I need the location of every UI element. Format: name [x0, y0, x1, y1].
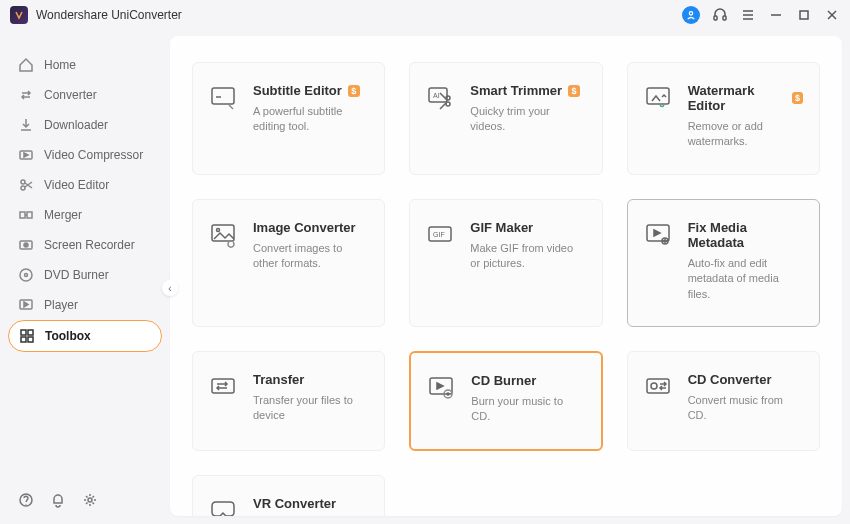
- svg-point-25: [88, 498, 92, 502]
- sidebar-item-downloader[interactable]: Downloader: [8, 110, 162, 140]
- app-title: Wondershare UniConverter: [36, 8, 182, 22]
- tool-desc: Convert images to other formats.: [253, 241, 368, 272]
- help-icon[interactable]: [18, 492, 34, 508]
- svg-point-34: [217, 228, 220, 231]
- tool-subtitle-editor[interactable]: Subtitle Editor$ A powerful subtitle edi…: [192, 62, 385, 175]
- tool-title: CD Converter: [688, 372, 772, 387]
- tool-vr-converter[interactable]: VR Converter Convert videos to VR and en…: [192, 475, 385, 516]
- minimize-icon[interactable]: [768, 7, 784, 23]
- svg-point-31: [446, 96, 450, 100]
- tool-title: Watermark Editor: [688, 83, 786, 113]
- tool-transfer[interactable]: Transfer Transfer your files to device: [192, 351, 385, 451]
- sidebar-item-dvd[interactable]: DVD Burner: [8, 260, 162, 290]
- svg-rect-1: [714, 16, 717, 20]
- tool-gif-maker[interactable]: GIF GIF Maker Make GIF from video or pic…: [409, 199, 602, 327]
- tool-desc: Auto-fix and edit metadata of media file…: [688, 256, 803, 302]
- sidebar-item-recorder[interactable]: Screen Recorder: [8, 230, 162, 260]
- home-icon: [18, 57, 34, 73]
- sidebar-item-label: Player: [44, 298, 78, 312]
- bell-icon[interactable]: [50, 492, 66, 508]
- sidebar-item-video-editor[interactable]: Video Editor: [8, 170, 162, 200]
- tool-title: VR Converter: [253, 496, 336, 511]
- svg-point-16: [24, 243, 28, 247]
- tool-cd-burner[interactable]: CD Burner Burn your music to CD.: [409, 351, 602, 451]
- svg-point-12: [21, 186, 25, 190]
- sidebar: Home Converter Downloader Video Compress…: [0, 30, 170, 524]
- close-icon[interactable]: [824, 7, 840, 23]
- trimmer-icon: AI: [426, 83, 454, 111]
- recorder-icon: [18, 237, 34, 253]
- premium-badge-icon: $: [348, 85, 360, 97]
- tool-title: CD Burner: [471, 373, 536, 388]
- menu-icon[interactable]: [740, 7, 756, 23]
- sidebar-item-player[interactable]: Player: [8, 290, 162, 320]
- tool-cd-converter[interactable]: CD Converter Convert music from CD.: [627, 351, 820, 451]
- tool-desc: Make GIF from video or pictures.: [470, 241, 585, 272]
- svg-point-17: [20, 269, 32, 281]
- scissors-icon: [18, 177, 34, 193]
- tool-fix-metadata[interactable]: Fix Media Metadata Auto-fix and edit met…: [627, 199, 820, 327]
- watermark-icon: [644, 83, 672, 111]
- gif-icon: GIF: [426, 220, 454, 248]
- app-logo-icon: [10, 6, 28, 24]
- tool-watermark-editor[interactable]: Watermark Editor$ Remove or add watermar…: [627, 62, 820, 175]
- svg-rect-39: [212, 379, 234, 393]
- subtitle-icon: [209, 83, 237, 111]
- sidebar-item-label: Toolbox: [45, 329, 91, 343]
- sidebar-item-label: Video Editor: [44, 178, 109, 192]
- tool-image-converter[interactable]: Image Converter Convert images to other …: [192, 199, 385, 327]
- sidebar-item-toolbox[interactable]: Toolbox: [8, 320, 162, 352]
- tool-desc: A powerful subtitle editing tool.: [253, 104, 368, 135]
- main-panel: Subtitle Editor$ A powerful subtitle edi…: [170, 36, 842, 516]
- user-account-icon[interactable]: [682, 6, 700, 24]
- sidebar-item-home[interactable]: Home: [8, 50, 162, 80]
- svg-point-18: [25, 274, 28, 277]
- sidebar-item-compressor[interactable]: Video Compressor: [8, 140, 162, 170]
- headset-icon[interactable]: [712, 7, 728, 23]
- compressor-icon: [18, 147, 34, 163]
- tool-desc: Transfer your files to device: [253, 393, 368, 424]
- collapse-sidebar-button[interactable]: ‹: [162, 280, 178, 296]
- sidebar-item-label: DVD Burner: [44, 268, 109, 282]
- settings-icon[interactable]: [82, 492, 98, 508]
- sidebar-item-label: Home: [44, 58, 76, 72]
- download-icon: [18, 117, 34, 133]
- image-icon: [209, 220, 237, 248]
- vr-icon: [209, 496, 237, 516]
- toolbox-icon: [19, 328, 35, 344]
- sidebar-item-converter[interactable]: Converter: [8, 80, 162, 110]
- svg-point-0: [689, 12, 692, 15]
- tool-desc: Quicky trim your videos.: [470, 104, 585, 135]
- tool-title: Transfer: [253, 372, 304, 387]
- converter-icon: [18, 87, 34, 103]
- svg-rect-14: [27, 212, 32, 218]
- tool-title: Smart Trimmer: [470, 83, 562, 98]
- sidebar-item-label: Downloader: [44, 118, 108, 132]
- svg-rect-2: [723, 16, 726, 20]
- cd-burner-icon: [427, 373, 455, 401]
- metadata-icon: [644, 220, 672, 248]
- premium-badge-icon: $: [792, 92, 803, 104]
- svg-point-30: [446, 102, 450, 106]
- tool-title: GIF Maker: [470, 220, 533, 235]
- cd-converter-icon: [644, 372, 672, 400]
- tool-title: Fix Media Metadata: [688, 220, 803, 250]
- tool-desc: Remove or add watermarks.: [688, 119, 803, 150]
- svg-rect-21: [28, 330, 33, 335]
- svg-rect-20: [21, 330, 26, 335]
- svg-point-11: [21, 180, 25, 184]
- tool-desc: Burn your music to CD.: [471, 394, 584, 425]
- transfer-icon: [209, 372, 237, 400]
- tool-title: Subtitle Editor: [253, 83, 342, 98]
- sidebar-item-label: Screen Recorder: [44, 238, 135, 252]
- maximize-icon[interactable]: [796, 7, 812, 23]
- merger-icon: [18, 207, 34, 223]
- tool-smart-trimmer[interactable]: AI Smart Trimmer$ Quicky trim your video…: [409, 62, 602, 175]
- sidebar-item-label: Video Compressor: [44, 148, 143, 162]
- svg-rect-7: [800, 11, 808, 19]
- sidebar-item-label: Merger: [44, 208, 82, 222]
- svg-rect-26: [212, 88, 234, 104]
- sidebar-item-merger[interactable]: Merger: [8, 200, 162, 230]
- title-bar: Wondershare UniConverter: [0, 0, 850, 30]
- svg-rect-13: [20, 212, 25, 218]
